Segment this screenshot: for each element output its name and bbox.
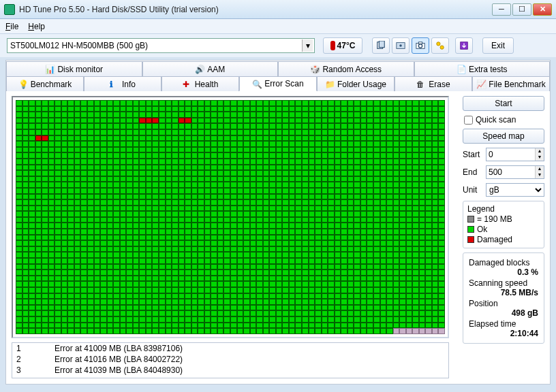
menu-file[interactable]: File bbox=[5, 22, 18, 31]
scan-block bbox=[335, 240, 341, 246]
tab-error-scan[interactable]: 🔍Error Scan bbox=[239, 76, 317, 91]
tab-random-access[interactable]: 🎲Random Access bbox=[278, 61, 414, 76]
scan-block bbox=[42, 270, 48, 276]
tab-erase[interactable]: 🗑Erase bbox=[395, 76, 472, 91]
scan-block bbox=[94, 287, 101, 293]
scan-block bbox=[107, 305, 114, 311]
minimize-button[interactable]: ─ bbox=[492, 3, 511, 16]
scan-block bbox=[94, 276, 101, 282]
start-field[interactable]: ▲▼ bbox=[486, 148, 544, 161]
settings-button[interactable] bbox=[431, 37, 449, 54]
scan-block bbox=[276, 287, 283, 293]
tab-folder-usage[interactable]: 📁Folder Usage bbox=[317, 76, 395, 91]
scan-block bbox=[315, 240, 322, 246]
tab-file-benchmark[interactable]: 📈File Benchmark bbox=[472, 76, 550, 91]
scan-block bbox=[322, 159, 328, 165]
tab-extra-tests[interactable]: 📄Extra tests bbox=[414, 61, 551, 76]
scan-block bbox=[360, 170, 367, 176]
log-row[interactable]: 1Error at 41009 MB (LBA 83987106) bbox=[12, 343, 448, 354]
maximize-button[interactable]: ☐ bbox=[512, 3, 531, 16]
speed-map-button[interactable]: Speed map bbox=[463, 129, 544, 144]
exit-button[interactable]: Exit bbox=[482, 37, 514, 54]
scan-block bbox=[243, 305, 250, 311]
scan-block bbox=[16, 293, 22, 299]
scan-block bbox=[360, 287, 367, 293]
scan-block bbox=[139, 246, 146, 252]
scan-block bbox=[276, 264, 283, 270]
scan-block bbox=[67, 328, 74, 334]
scan-block bbox=[230, 199, 237, 206]
tab-info[interactable]: ℹInfo bbox=[84, 76, 161, 91]
scan-block bbox=[172, 223, 179, 229]
scan-block bbox=[42, 147, 48, 153]
scan-block bbox=[419, 223, 426, 229]
log-row[interactable]: 3Error at 41039 MB (LBA 84048930) bbox=[12, 365, 448, 376]
scan-block bbox=[412, 258, 419, 264]
scan-block bbox=[35, 106, 42, 112]
spin-down-icon[interactable]: ▼ bbox=[535, 154, 544, 161]
scan-block bbox=[419, 118, 426, 124]
close-button[interactable]: ✕ bbox=[533, 3, 552, 16]
scan-block bbox=[328, 194, 335, 200]
scan-block bbox=[29, 217, 35, 223]
tab-disk-monitor[interactable]: 📊Disk monitor bbox=[6, 61, 142, 76]
end-field[interactable]: ▲▼ bbox=[486, 165, 544, 179]
scan-block bbox=[367, 170, 373, 176]
drive-select[interactable]: ST500LM012 HN-M500MBB (500 gB) ▾ bbox=[7, 38, 315, 53]
scan-block bbox=[276, 118, 283, 124]
scan-block bbox=[191, 223, 198, 229]
scan-block bbox=[432, 276, 439, 282]
scan-block bbox=[113, 123, 120, 129]
scan-block bbox=[237, 287, 244, 293]
scan-block bbox=[335, 112, 341, 118]
scan-block bbox=[107, 276, 114, 282]
scan-block bbox=[172, 112, 179, 118]
scan-block bbox=[230, 135, 237, 142]
scan-block bbox=[341, 235, 348, 241]
scan-block bbox=[159, 118, 166, 124]
error-log[interactable]: 1Error at 41009 MB (LBA 83987106)2Error … bbox=[12, 342, 449, 378]
scan-block bbox=[367, 135, 373, 142]
scan-block bbox=[399, 135, 406, 142]
scan-block bbox=[438, 118, 445, 124]
scan-block bbox=[126, 305, 133, 311]
tab-benchmark[interactable]: 💡Benchmark bbox=[6, 76, 84, 91]
scan-block bbox=[29, 240, 35, 246]
scan-block bbox=[42, 135, 48, 142]
copy-screenshot-button[interactable] bbox=[392, 37, 410, 54]
unit-select[interactable]: gB bbox=[486, 183, 544, 197]
scan-block bbox=[276, 328, 283, 334]
screenshot-button[interactable] bbox=[412, 37, 429, 54]
scan-block bbox=[48, 252, 55, 258]
spin-up-icon[interactable]: ▲ bbox=[535, 166, 544, 172]
start-button[interactable]: Start bbox=[463, 96, 544, 111]
start-input[interactable] bbox=[486, 148, 535, 161]
scan-block bbox=[380, 176, 387, 182]
scan-block bbox=[250, 310, 257, 316]
scan-block bbox=[16, 287, 22, 293]
log-row[interactable]: 2Error at 41016 MB (LBA 84002722) bbox=[12, 354, 448, 365]
scan-block bbox=[211, 211, 217, 217]
scan-block bbox=[42, 211, 48, 217]
scan-block bbox=[295, 287, 302, 293]
scan-block bbox=[80, 106, 87, 112]
scan-block bbox=[204, 206, 211, 212]
menu-help[interactable]: Help bbox=[28, 22, 45, 31]
scan-block bbox=[16, 281, 22, 287]
copy-info-button[interactable] bbox=[372, 37, 390, 54]
save-button[interactable] bbox=[455, 37, 473, 54]
end-input[interactable] bbox=[486, 166, 535, 178]
scan-block bbox=[198, 328, 204, 334]
tab-health[interactable]: ✚Health bbox=[161, 76, 239, 91]
scan-block bbox=[309, 135, 315, 142]
scan-block bbox=[315, 147, 322, 153]
spin-up-icon[interactable]: ▲ bbox=[535, 148, 544, 154]
tab-aam[interactable]: 🔊AAM bbox=[142, 61, 279, 76]
scan-block bbox=[42, 159, 48, 165]
scan-block bbox=[328, 118, 335, 124]
scan-block bbox=[100, 141, 107, 147]
scan-block bbox=[185, 223, 191, 229]
quick-scan-checkbox[interactable] bbox=[464, 116, 473, 125]
scan-block bbox=[16, 194, 22, 200]
spin-down-icon[interactable]: ▼ bbox=[535, 172, 544, 178]
